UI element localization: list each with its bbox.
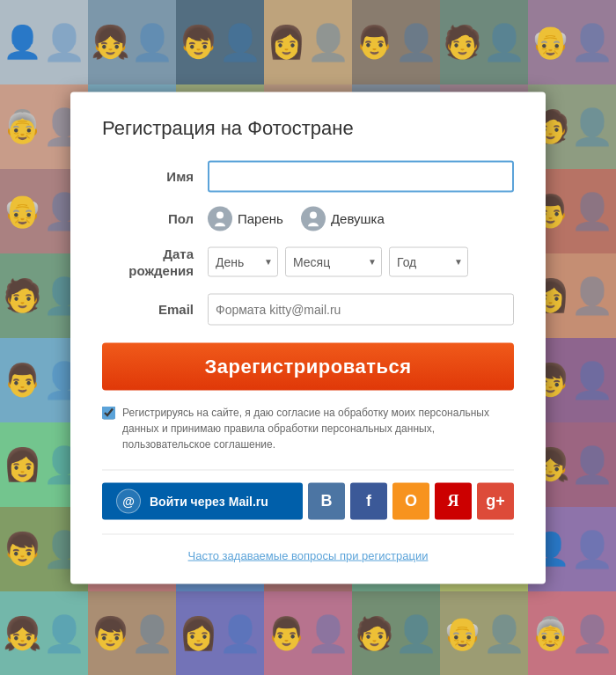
bg-tile: 👵 — [528, 591, 616, 675]
consent-row: Регистрируясь на сайте, я даю согласие н… — [102, 404, 514, 451]
facebook-login-button[interactable]: f — [350, 482, 387, 519]
bg-tile: 👦 — [88, 591, 176, 675]
page-title: Регистрация на Фотостране — [102, 116, 514, 139]
name-label: Имя — [102, 169, 208, 184]
register-button[interactable]: Зарегистрироваться — [102, 342, 514, 390]
email-row: Email — [102, 293, 514, 325]
bg-tile: 👦 — [176, 0, 264, 84]
mailru-login-button[interactable]: @ Войти через Mail.ru — [102, 482, 303, 519]
gender-female-label: Девушка — [331, 211, 385, 226]
dob-label: Дата рождения — [102, 245, 208, 279]
email-label: Email — [102, 302, 208, 317]
bg-tile: 👤 — [0, 0, 88, 84]
bg-tile: 👴 — [528, 0, 616, 84]
gender-male-option[interactable]: Парень — [208, 206, 283, 231]
name-input[interactable] — [208, 160, 514, 192]
date-group: День Месяц Год — [208, 247, 468, 277]
year-select[interactable]: Год — [389, 247, 468, 277]
male-icon — [208, 206, 232, 231]
female-icon — [301, 206, 326, 231]
faq-link[interactable]: Часто задаваемые вопросы при регистрации — [188, 548, 429, 561]
odnoklassniki-login-button[interactable]: О — [392, 482, 429, 519]
gender-row: Пол Парень Девушка — [102, 206, 514, 231]
mailru-icon: @ — [116, 488, 141, 513]
day-select-wrapper: День — [208, 247, 278, 277]
month-select-wrapper: Месяц — [285, 247, 382, 277]
bg-tile: 👨 — [352, 0, 440, 84]
social-login-row: @ Войти через Mail.ru В f О Я g+ — [102, 482, 514, 519]
bg-tile: 👨 — [264, 591, 352, 675]
googleplus-login-button[interactable]: g+ — [477, 482, 514, 519]
bg-tile: 👩 — [264, 0, 352, 84]
bg-tile: 👧 — [0, 591, 88, 675]
bg-tile: 👴 — [440, 591, 528, 675]
svg-point-1 — [310, 211, 317, 218]
svg-point-0 — [216, 211, 224, 218]
gender-group: Парень Девушка — [208, 206, 385, 231]
vk-login-button[interactable]: В — [308, 482, 345, 519]
name-row: Имя — [102, 160, 514, 192]
bg-tile: 👧 — [88, 0, 176, 84]
gender-label: Пол — [102, 211, 208, 226]
gender-female-option[interactable]: Девушка — [301, 206, 385, 231]
day-select[interactable]: День — [208, 247, 278, 277]
bg-tile: 🧑 — [440, 0, 528, 84]
email-input[interactable] — [208, 293, 514, 325]
consent-checkbox[interactable] — [102, 406, 115, 419]
bg-tile: 👩 — [176, 591, 264, 675]
yandex-login-button[interactable]: Я — [435, 482, 472, 519]
faq-row: Часто задаваемые вопросы при регистрации — [102, 533, 514, 562]
dob-row: Дата рождения День Месяц Год — [102, 245, 514, 279]
consent-text: Регистрируясь на сайте, я даю согласие н… — [122, 404, 514, 451]
registration-card: Регистрация на Фотостране Имя Пол Парень — [70, 92, 546, 583]
bg-tile: 🧑 — [352, 591, 440, 675]
month-select[interactable]: Месяц — [285, 247, 382, 277]
year-select-wrapper: Год — [389, 247, 468, 277]
divider — [102, 469, 514, 470]
gender-male-label: Парень — [238, 211, 283, 226]
mailru-login-label: Войти через Mail.ru — [150, 494, 268, 508]
